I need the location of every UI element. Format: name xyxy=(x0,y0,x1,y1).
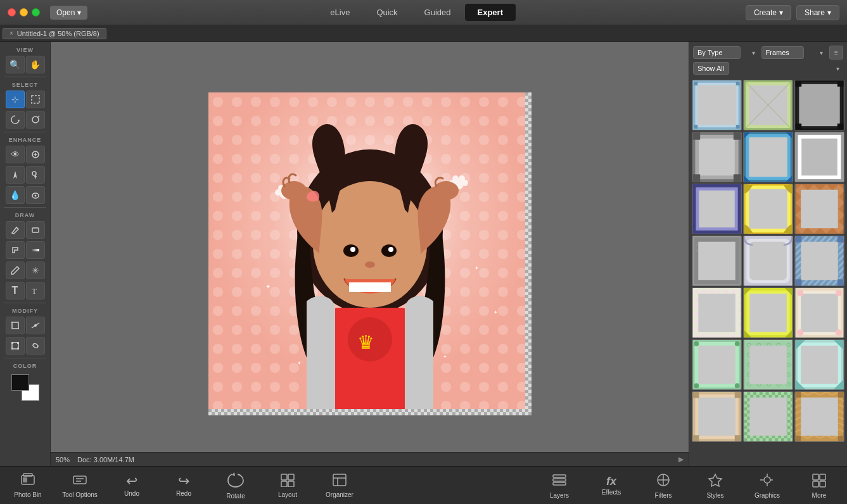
layout-button[interactable]: Layout xyxy=(262,468,313,503)
frame-item[interactable] xyxy=(692,287,742,338)
doc-tab[interactable]: × Untitled-1 @ 50% (RGB/8) xyxy=(3,28,106,39)
frame-item[interactable] xyxy=(794,80,844,130)
foreground-color-swatch[interactable] xyxy=(11,374,29,391)
svg-rect-177 xyxy=(288,481,294,487)
frame-item[interactable] xyxy=(743,287,793,338)
svg-point-145 xyxy=(735,341,740,346)
svg-rect-92 xyxy=(795,132,843,135)
frame-item[interactable] xyxy=(692,132,742,182)
svg-text:T: T xyxy=(32,286,37,296)
zoom-tool[interactable]: 🔍 xyxy=(6,56,25,73)
close-button[interactable] xyxy=(8,8,16,16)
styles-button[interactable]: Styles xyxy=(690,468,741,503)
crop-tool[interactable] xyxy=(6,317,25,334)
tool-options-button[interactable]: Tool Options xyxy=(54,468,105,503)
lasso-tool[interactable] xyxy=(6,111,25,129)
effects-button[interactable]: fx Effects xyxy=(586,468,637,503)
frame-item[interactable] xyxy=(794,391,844,442)
undo-button[interactable]: ↩ Undo xyxy=(106,468,157,503)
canvas-area[interactable]: ✦ ✦ ✦ ✦ ✦ ✦ ✦ xyxy=(51,42,689,466)
gradient-tool[interactable] xyxy=(26,241,45,259)
svg-rect-12 xyxy=(17,342,19,344)
straighten-tool[interactable] xyxy=(26,317,45,334)
divider-2 xyxy=(4,132,46,132)
eraser-tool[interactable] xyxy=(26,221,45,239)
filters-button[interactable]: Filters xyxy=(638,468,689,503)
frame-item[interactable] xyxy=(692,339,742,390)
frame-item[interactable] xyxy=(743,184,793,234)
frame-item[interactable] xyxy=(794,339,844,390)
frames-select[interactable]: Frames All Basic Decorative xyxy=(761,46,804,59)
transform-tool[interactable] xyxy=(6,337,25,355)
svg-rect-98 xyxy=(699,191,735,228)
more-button[interactable]: More xyxy=(794,468,844,503)
frame-item[interactable] xyxy=(692,184,742,234)
svg-rect-167 xyxy=(801,398,838,436)
show-all-select-wrap: Show All xyxy=(693,62,843,75)
graphics-button[interactable]: Graphics xyxy=(742,468,793,503)
tab-expert[interactable]: Expert xyxy=(465,4,516,21)
frame-item[interactable] xyxy=(743,132,793,182)
type-mask-tool[interactable]: T xyxy=(26,282,45,299)
svg-text:♛: ♛ xyxy=(357,332,374,353)
move-tool[interactable]: ⊹ xyxy=(6,91,25,108)
tool-options-icon xyxy=(72,473,87,489)
open-button[interactable]: Open ▾ xyxy=(50,6,87,20)
create-arrow-icon: ▾ xyxy=(779,8,783,17)
frame-item[interactable] xyxy=(794,287,844,338)
photo-bin-button[interactable]: Photo Bin xyxy=(3,468,53,503)
tab-guided[interactable]: Guided xyxy=(412,4,464,21)
spot-heal-tool[interactable] xyxy=(26,146,45,163)
create-button[interactable]: Create ▾ xyxy=(746,5,791,20)
nav-tabs: eLive Quick Guided Expert xyxy=(317,4,516,21)
show-all-select[interactable]: Show All xyxy=(693,62,729,75)
shape-tool[interactable]: ✳ xyxy=(26,261,45,279)
zoom-level: 50% xyxy=(56,456,70,463)
svg-rect-78 xyxy=(837,123,844,130)
photo-canvas: ✦ ✦ ✦ ✦ ✦ ✦ ✦ xyxy=(208,92,532,415)
hand-tool[interactable]: ✋ xyxy=(26,56,45,73)
frame-item[interactable] xyxy=(743,236,793,286)
frame-item[interactable] xyxy=(692,80,742,130)
frame-item[interactable] xyxy=(743,391,793,442)
svg-rect-174 xyxy=(281,474,287,480)
clone-stamp-tool[interactable] xyxy=(26,166,45,184)
share-button[interactable]: Share ▾ xyxy=(796,5,839,20)
dodge-tool[interactable] xyxy=(6,166,25,184)
tab-close-icon[interactable]: × xyxy=(10,30,13,37)
main-area: VIEW 🔍 ✋ SELECT ⊹ ENHANCE 👁 xyxy=(0,42,847,466)
liquify-tool[interactable] xyxy=(26,337,45,355)
type-tool[interactable]: T xyxy=(6,282,25,299)
tab-elive[interactable]: eLive xyxy=(317,4,362,21)
smart-brush-tool[interactable] xyxy=(26,186,45,204)
minimize-button[interactable] xyxy=(20,8,28,16)
frame-item[interactable] xyxy=(794,236,844,286)
organizer-button[interactable]: Organizer xyxy=(314,468,365,503)
frame-item[interactable] xyxy=(743,339,793,390)
pencil-tool[interactable] xyxy=(6,261,25,279)
paint-bucket-tool[interactable] xyxy=(6,241,25,259)
effects-label: Effects xyxy=(602,489,621,496)
frame-item[interactable] xyxy=(794,184,844,234)
layout-icon xyxy=(280,473,295,489)
frame-item[interactable]: handmade vintage xyxy=(692,236,742,286)
frame-item[interactable] xyxy=(743,80,793,130)
svg-rect-181 xyxy=(553,475,566,477)
redo-button[interactable]: ↪ Redo xyxy=(158,468,209,503)
blur-tool[interactable]: 💧 xyxy=(6,186,25,204)
tab-quick[interactable]: Quick xyxy=(364,4,410,21)
svg-rect-169 xyxy=(23,474,32,476)
color-swatches[interactable] xyxy=(11,374,39,401)
rotate-button[interactable]: Rotate xyxy=(210,468,261,503)
bottombar: Photo Bin Tool Options ↩ Undo ↪ Redo Rot… xyxy=(0,466,847,504)
maximize-button[interactable] xyxy=(32,8,40,16)
quick-select-tool[interactable] xyxy=(26,111,45,129)
layers-button[interactable]: Layers xyxy=(534,468,585,503)
red-eye-tool[interactable]: 👁 xyxy=(6,146,25,163)
marquee-tool[interactable] xyxy=(26,91,45,108)
brush-tool[interactable] xyxy=(6,221,25,239)
by-type-select[interactable]: By Type By Name By Category xyxy=(693,46,741,59)
frame-item[interactable] xyxy=(794,132,844,182)
frame-item[interactable] xyxy=(692,391,742,442)
panel-menu-button[interactable]: ≡ xyxy=(829,46,843,60)
